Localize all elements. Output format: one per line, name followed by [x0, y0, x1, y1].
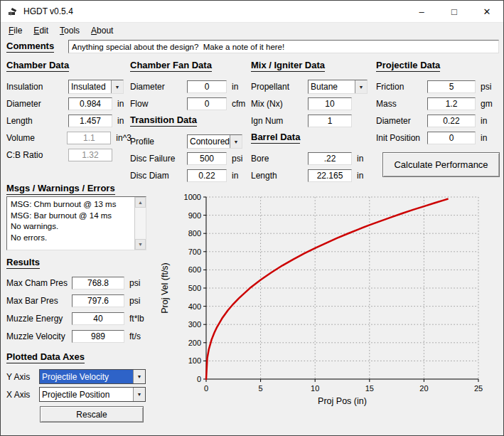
- y-axis-select[interactable]: Projectile Velocity ▼: [39, 369, 146, 384]
- chamber-length-input[interactable]: [68, 115, 112, 127]
- fan-flow-input[interactable]: [187, 97, 227, 110]
- menu-about[interactable]: About: [85, 24, 119, 38]
- unit-label: psi: [481, 82, 491, 92]
- menu-tools[interactable]: Tools: [54, 24, 85, 38]
- chevron-down-icon[interactable]: ▼: [133, 388, 145, 401]
- message-line: No warnings.: [11, 221, 131, 233]
- propellant-select[interactable]: Butane ▼: [308, 80, 368, 94]
- field-label: Length: [6, 116, 68, 126]
- field-label: Ign Num: [251, 116, 308, 126]
- svg-text:500: 500: [188, 284, 201, 292]
- field-label: Mix (Nx): [251, 99, 308, 109]
- menubar: File Edit Tools About: [1, 23, 503, 38]
- field-label: Diameter: [6, 99, 68, 109]
- field-label: Length: [251, 171, 308, 181]
- window-controls: – □ ✕: [405, 1, 503, 22]
- unit-label: in: [481, 116, 487, 126]
- minimize-icon[interactable]: –: [405, 1, 438, 22]
- svg-text:5: 5: [259, 384, 263, 393]
- svg-text:10: 10: [311, 384, 319, 393]
- unit-label: in: [357, 171, 363, 181]
- mass-input[interactable]: [427, 97, 476, 110]
- messages-scrollbar[interactable]: ▲ ▼: [134, 197, 146, 250]
- section-title: Projectile Data: [376, 60, 440, 72]
- results-title: Results: [6, 257, 40, 269]
- unit-label: cfm: [232, 99, 245, 109]
- message-line: MSG: Bar burnout @ 14 ms: [11, 211, 131, 222]
- chevron-down-icon[interactable]: ▼: [111, 80, 123, 93]
- field-label: Y Axis: [6, 372, 39, 382]
- barrel-length-input[interactable]: [308, 169, 352, 182]
- unit-label: psi: [129, 296, 140, 306]
- svg-text:Proj Pos (in): Proj Pos (in): [318, 396, 367, 406]
- app-icon: [7, 6, 18, 17]
- selected-value: Projectile Position: [40, 388, 133, 401]
- close-icon[interactable]: ✕: [471, 1, 503, 22]
- selected-value: Insulated: [69, 80, 111, 93]
- disc-diam-input[interactable]: [187, 169, 227, 182]
- chamber-diameter-input[interactable]: [68, 97, 112, 110]
- unit-label: psi: [232, 154, 242, 164]
- unit-label: in: [117, 99, 124, 109]
- selected-value: Butane: [309, 80, 355, 93]
- plotted-axes-title: Plotted Data Axes: [6, 351, 85, 363]
- profile-select[interactable]: Contoured ▼: [187, 134, 242, 149]
- bore-input[interactable]: [308, 152, 352, 165]
- insulation-select[interactable]: Insulated ▼: [68, 80, 124, 94]
- unit-label: ft*lb: [129, 314, 144, 324]
- fan-diameter-input[interactable]: [187, 80, 227, 93]
- unit-label: in: [357, 154, 363, 164]
- svg-text:20: 20: [419, 384, 428, 393]
- muzzle-energy-output: [72, 312, 124, 325]
- field-label: C:B Ratio: [6, 150, 68, 160]
- field-label: Disc Failure: [130, 154, 187, 164]
- friction-input[interactable]: [427, 80, 476, 93]
- scroll-down-icon[interactable]: ▼: [135, 239, 146, 250]
- svg-text:900: 900: [188, 211, 201, 220]
- field-label: Muzzle Velocity: [6, 331, 72, 341]
- messages-list: MSG: Chm burnout @ 13 ms MSG: Bar burnou…: [7, 197, 134, 250]
- field-label: Volume: [6, 133, 67, 143]
- menu-edit[interactable]: Edit: [28, 24, 54, 38]
- mix-nx-input[interactable]: [308, 97, 352, 110]
- field-label: Flow: [130, 99, 187, 109]
- projectile-data-section: Projectile Data Friction psi Mass gm Dia…: [376, 60, 503, 177]
- section-title: Chamber Fan Data: [130, 60, 212, 72]
- comments-input[interactable]: [68, 40, 499, 53]
- svg-text:800: 800: [188, 229, 201, 238]
- unit-label: gm: [481, 99, 493, 109]
- ign-num-input[interactable]: [308, 115, 352, 127]
- calculate-performance-button[interactable]: Calculate Performance: [382, 152, 500, 177]
- mix-barrel-section: Mix / Igniter Data Propellant Butane ▼ M…: [251, 60, 377, 184]
- svg-text:400: 400: [188, 302, 201, 311]
- svg-text:300: 300: [188, 320, 201, 329]
- rescale-button[interactable]: Rescale: [40, 406, 144, 422]
- results-section: Max Cham Pres psi Max Bar Pres psi Muzzl…: [6, 274, 170, 345]
- field-label: Diameter: [130, 82, 187, 92]
- scroll-up-icon[interactable]: ▲: [135, 197, 146, 208]
- projectile-diameter-input[interactable]: [427, 115, 476, 127]
- plotted-axes-section: Y Axis Projectile Velocity ▼ X Axis Proj…: [6, 368, 156, 403]
- unit-label: in: [232, 82, 238, 92]
- menu-file[interactable]: File: [3, 24, 28, 38]
- unit-label: in: [117, 116, 124, 126]
- init-position-input[interactable]: [427, 132, 476, 144]
- chevron-down-icon[interactable]: ▼: [355, 80, 367, 93]
- x-axis-select[interactable]: Projectile Position ▼: [39, 387, 146, 402]
- unit-label: in: [481, 133, 487, 143]
- svg-text:200: 200: [188, 339, 201, 347]
- disc-failure-input[interactable]: [187, 152, 227, 165]
- message-line: MSG: Chm burnout @ 13 ms: [11, 199, 131, 211]
- maximize-icon[interactable]: □: [438, 1, 471, 22]
- fan-transition-section: Chamber Fan Data Diameter in Flow cfm Tr…: [130, 60, 252, 184]
- chevron-down-icon[interactable]: ▼: [230, 135, 242, 148]
- svg-text:1000: 1000: [184, 193, 201, 201]
- svg-text:25: 25: [474, 384, 483, 393]
- field-label: Insulation: [6, 82, 68, 92]
- window-title: HGDT v0.5.4: [23, 6, 73, 16]
- messages-box[interactable]: MSG: Chm burnout @ 13 ms MSG: Bar burnou…: [6, 196, 146, 250]
- field-label: Propellant: [251, 82, 308, 92]
- max-bar-pres-output: [72, 294, 124, 307]
- max-cham-pres-output: [72, 277, 124, 289]
- chevron-down-icon[interactable]: ▼: [133, 370, 145, 383]
